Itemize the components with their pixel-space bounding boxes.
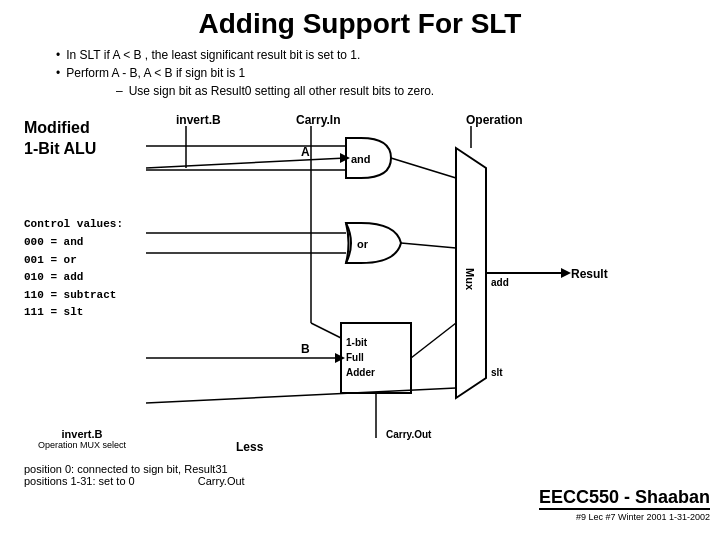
page: Adding Support For SLT • In SLT if A < B…: [0, 0, 720, 540]
svg-text:Adder: Adder: [346, 367, 375, 378]
bullets-section: • In SLT if A < B , the least significan…: [56, 46, 704, 100]
or-gate: [346, 223, 401, 263]
less-wire: [146, 388, 456, 403]
svg-text:Full: Full: [346, 352, 364, 363]
carry-in-wire2: [311, 323, 341, 338]
a-label: A: [301, 145, 310, 159]
result-label: Result: [571, 267, 608, 281]
carry-out-label: Carry.Out: [386, 429, 432, 440]
add-label: add: [491, 277, 509, 288]
dash-item: – Use sign bit as Result0 setting all ot…: [116, 82, 704, 100]
bullet-2: • Perform A - B, A < B if sign bit is 1: [56, 64, 704, 82]
mux-label: Mux: [464, 268, 476, 291]
page-title: Adding Support For SLT: [16, 8, 704, 40]
less-label: Less: [236, 438, 263, 456]
invert-b-top-label: invert.B: [176, 113, 221, 127]
a-input-wire: [146, 158, 346, 168]
adder-to-mux-wire: [411, 323, 456, 358]
invert-b-bottom: invert.B Operation MUX select: [38, 428, 126, 450]
or-to-mux-wire: [401, 243, 456, 248]
operation-label: Operation: [466, 113, 523, 127]
result-arrow: [561, 268, 571, 278]
bullet-1: • In SLT if A < B , the least significan…: [56, 46, 704, 64]
circuit-diagram: invert.B Carry.In Operation and or 1-bit…: [146, 108, 706, 478]
slt-label: slt: [491, 367, 503, 378]
carry-in-label: Carry.In: [296, 113, 340, 127]
or-gate-label: or: [357, 238, 369, 250]
bottom-text: position 0: connected to sign bit, Resul…: [24, 463, 245, 487]
modified-label: Modified 1-Bit ALU: [24, 118, 96, 160]
b-label: B: [301, 342, 310, 356]
and-gate-label: and: [351, 153, 371, 165]
eecc-section: EECC550 - Shaaban #9 Lec #7 Winter 2001 …: [539, 487, 710, 522]
and-to-mux-wire: [391, 158, 456, 178]
full-adder-label: 1-bit: [346, 337, 368, 348]
control-values: Control values: 000 = and 001 = or 010 =…: [24, 218, 123, 322]
